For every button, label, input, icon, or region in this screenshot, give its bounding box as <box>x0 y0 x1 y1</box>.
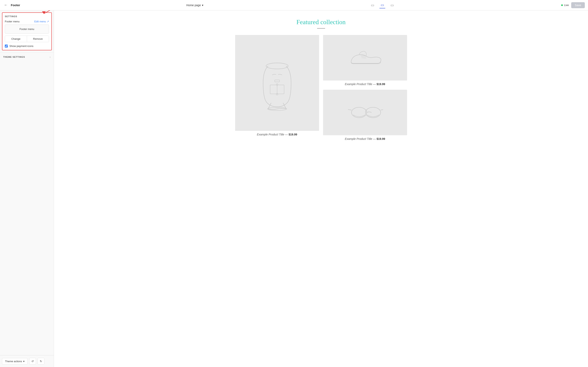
svg-line-14 <box>348 109 351 110</box>
featured-divider <box>317 28 325 29</box>
product-title-sneaker: Example Product Title <box>345 83 372 86</box>
svg-line-10 <box>361 57 366 57</box>
theme-actions-button[interactable]: Theme actions ▾ <box>2 358 28 365</box>
back-button[interactable]: ← <box>3 2 9 8</box>
product-card-glasses: Example Product Title — $19.99 <box>323 90 407 141</box>
product-card-large: Example Product Title — $19.99 <box>235 35 319 141</box>
annotation-arrow <box>39 10 54 15</box>
show-payment-row: Show payment icons <box>5 45 49 48</box>
remove-button[interactable]: Remove <box>27 36 49 42</box>
main-layout: SETTINGS Footer menu Edit menu ↗ Footer … <box>0 10 588 367</box>
theme-actions-label: Theme actions <box>5 360 22 363</box>
product-info-large: Example Product Title — $19.99 <box>235 133 319 136</box>
sneaker-icon <box>347 48 383 68</box>
external-link-icon: ↗ <box>47 20 49 23</box>
product-image-backpack <box>235 35 319 131</box>
featured-collection-title: Featured collection <box>235 18 407 26</box>
glasses-icon <box>347 102 383 123</box>
product-title-large: Example Product Title <box>257 133 284 136</box>
product-card-sneaker: Example Product Title — $19.99 <box>323 35 407 86</box>
page-dropdown[interactable]: Home page ▾ <box>186 4 203 7</box>
product-info-glasses: Example Product Title — $19.99 <box>323 137 407 141</box>
menu-action-buttons: Change Remove <box>5 36 49 42</box>
menu-box: Footer menu <box>5 25 49 33</box>
svg-point-12 <box>351 107 367 118</box>
top-bar-left: ← Footer <box>3 2 20 8</box>
preview-area: Featured collection <box>54 10 588 367</box>
top-bar-right: Live Save <box>561 2 585 8</box>
product-price-large: $19.99 <box>289 133 297 136</box>
product-image-glasses <box>323 90 407 135</box>
live-indicator: Live <box>561 4 569 7</box>
theme-actions-dropdown-icon: ▾ <box>23 360 25 363</box>
svg-rect-8 <box>275 80 280 82</box>
footer-menu-label: Footer menu <box>5 20 20 23</box>
theme-settings-row[interactable]: THEME SETTINGS › <box>0 52 54 61</box>
settings-label: SETTINGS <box>5 15 49 17</box>
svg-line-15 <box>381 109 383 110</box>
page-dropdown-label: Home page <box>186 4 201 7</box>
svg-point-13 <box>366 107 381 118</box>
mobile-icon[interactable]: ▭ <box>370 2 375 8</box>
change-button[interactable]: Change <box>5 36 27 42</box>
svg-line-0 <box>44 10 54 14</box>
theme-settings-label: THEME SETTINGS <box>3 56 25 58</box>
product-price-glasses: $19.99 <box>376 137 385 141</box>
sidebar-content: SETTINGS Footer menu Edit menu ↗ Footer … <box>0 10 54 355</box>
save-button[interactable]: Save <box>571 2 585 8</box>
sidebar-footer: Theme actions ▾ ↺ ↻ <box>0 355 54 367</box>
backpack-icon <box>257 55 297 111</box>
product-info-sneaker: Example Product Title — $19.99 <box>323 83 407 86</box>
svg-marker-1 <box>42 11 46 14</box>
redo-button[interactable]: ↻ <box>38 358 44 365</box>
desktop-icon[interactable]: ▭ <box>379 2 385 8</box>
svg-line-11 <box>361 58 366 58</box>
top-bar: ← Footer Home page ▾ ▭ ▭ ▭ Live Save <box>0 0 588 10</box>
edit-menu-link[interactable]: Edit menu ↗ <box>34 20 49 23</box>
undo-button[interactable]: ↺ <box>29 358 36 365</box>
settings-panel: SETTINGS Footer menu Edit menu ↗ Footer … <box>2 12 52 50</box>
product-image-sneaker <box>323 35 407 81</box>
preview-inner: Featured collection <box>235 18 407 141</box>
chevron-right-icon: › <box>50 55 51 58</box>
dropdown-chevron-icon: ▾ <box>202 4 203 7</box>
product-price-sneaker: $19.99 <box>376 83 385 86</box>
page-title: Footer <box>11 3 20 7</box>
device-switcher: ▭ ▭ ▭ <box>370 2 395 8</box>
svg-point-2 <box>266 63 288 69</box>
show-payment-checkbox[interactable] <box>5 45 8 48</box>
footer-menu-field-label: Footer menu Edit menu ↗ <box>5 20 49 23</box>
show-payment-label: Show payment icons <box>9 45 33 48</box>
live-label: Live <box>564 4 569 7</box>
product-title-glasses: Example Product Title <box>345 137 372 141</box>
live-dot <box>561 4 563 6</box>
products-grid: Example Product Title — $19.99 <box>235 35 407 141</box>
wide-icon[interactable]: ▭ <box>389 2 395 8</box>
sidebar: SETTINGS Footer menu Edit menu ↗ Footer … <box>0 10 54 367</box>
